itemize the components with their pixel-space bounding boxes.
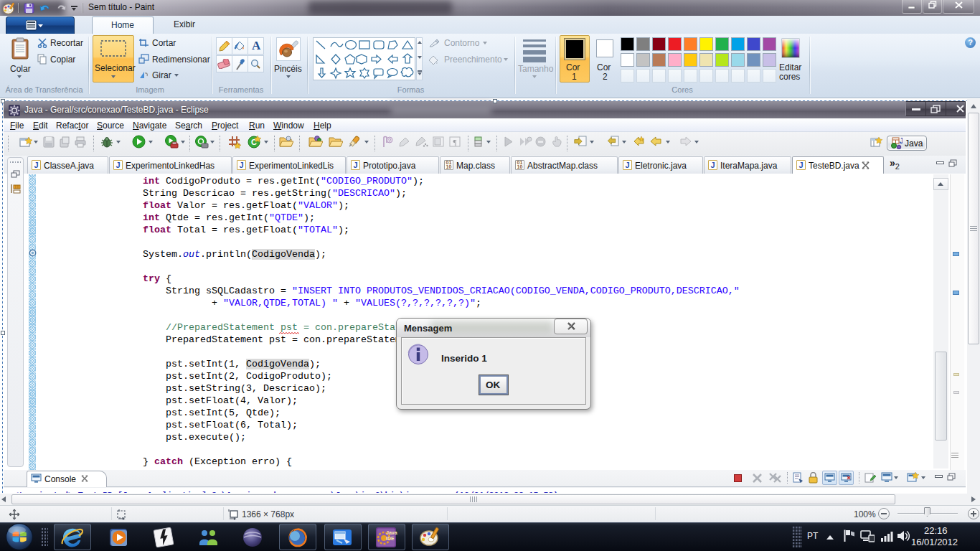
svg-text:?: ? <box>388 137 392 143</box>
svg-text:Java EE: Java EE <box>386 530 397 535</box>
svg-text:IDE: IDE <box>386 536 395 541</box>
svg-text:¶: ¶ <box>453 138 457 146</box>
svg-text:J: J <box>900 137 903 145</box>
